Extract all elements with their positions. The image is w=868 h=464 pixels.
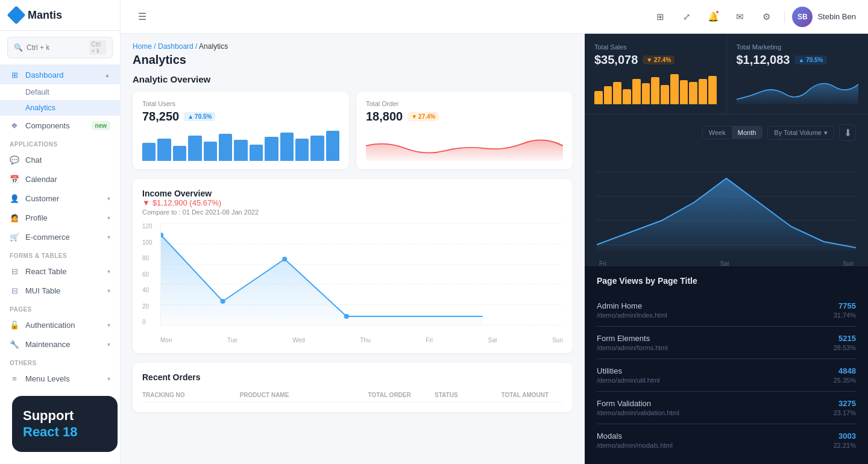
svg-point-1 bbox=[221, 299, 225, 304]
col-header-tracking: TRACKING NO bbox=[142, 392, 235, 398]
grid-icon-button[interactable]: ⊞ bbox=[649, 6, 671, 28]
customer-icon: 👤 bbox=[10, 193, 19, 203]
dashboard-icon: ⊞ bbox=[10, 70, 19, 80]
calendar-icon: 📅 bbox=[10, 174, 19, 184]
pv-url-1: /demo/admin/forms.html bbox=[597, 344, 668, 351]
pv-name-1: Form Elements bbox=[597, 334, 668, 343]
sidebar-item-profile[interactable]: 🙍 Profile ▾ bbox=[0, 208, 120, 227]
pv-item-4: Modals /demo/admin/modals.html 3003 22.2… bbox=[597, 424, 856, 456]
section-pages: Pages bbox=[0, 300, 120, 315]
fullscreen-icon-button[interactable]: ⤢ bbox=[676, 6, 697, 28]
mui-table-icon: ⊟ bbox=[10, 286, 19, 295]
ecommerce-icon: 🛒 bbox=[10, 232, 19, 242]
chevron-down-icon: ▾ bbox=[107, 234, 110, 240]
stat-label-users: Total Users bbox=[142, 100, 339, 107]
sidebar-item-label: Chat bbox=[25, 155, 42, 165]
sidebar-item-dashboard[interactable]: ⊞ Dashboard ▲ bbox=[0, 65, 120, 84]
rp-mini-bar-sales bbox=[594, 74, 717, 104]
sidebar-item-authentication[interactable]: 🔓 Authentication ▾ bbox=[0, 315, 120, 334]
svg-point-3 bbox=[344, 314, 349, 319]
components-icon: ❖ bbox=[10, 121, 19, 130]
sidebar-logo[interactable]: Mantis bbox=[0, 0, 120, 31]
menu-toggle-button[interactable]: ☰ bbox=[133, 7, 152, 27]
sidebar-item-label: React Table bbox=[25, 267, 66, 276]
sidebar-item-customer[interactable]: 👤 Customer ▾ bbox=[0, 189, 120, 208]
recent-orders-section: Recent Orders TRACKING NO PRODUCT NAME T… bbox=[133, 363, 573, 412]
search-icon: 🔍 bbox=[14, 43, 23, 52]
page-views-title: Page Views by Page Title bbox=[597, 276, 856, 286]
support-subtitle: React 18 bbox=[23, 424, 107, 440]
user-name: Stebin Ben bbox=[817, 12, 856, 21]
sidebar: Mantis 🔍 Ctrl + k ⊞ Dashboard ▲ Default … bbox=[0, 0, 121, 464]
chevron-down-icon: ▾ bbox=[107, 341, 110, 348]
chart-y-axis: 120100806040200 bbox=[142, 223, 159, 325]
breadcrumb-home[interactable]: Home bbox=[133, 42, 152, 51]
income-header: Income Overview ▼ $1,12,900 (45.67%) Com… bbox=[142, 189, 563, 216]
pv-pct-2: 25.35% bbox=[834, 377, 856, 384]
sidebar-item-calendar[interactable]: 📅 Calendar bbox=[0, 169, 120, 189]
sidebar-item-maintenance[interactable]: 🔧 Maintenance ▾ bbox=[0, 334, 120, 354]
rp-stat-cards: Total Sales $35,078 ▼ 27.4% bbox=[585, 34, 868, 114]
stat-card-orders: Total Order 18,800 ▼ 27.4% bbox=[356, 92, 573, 169]
rp-volume-dropdown[interactable]: By Total Volume ▾ bbox=[767, 126, 834, 140]
rp-week-button[interactable]: Week bbox=[703, 127, 732, 139]
users-bar-chart bbox=[142, 131, 339, 161]
pv-count-0: 7755 bbox=[834, 301, 856, 310]
rp-income-controls: Week Month By Total Volume ▾ ⬇ bbox=[597, 124, 856, 141]
profile-icon: 🙍 bbox=[10, 213, 19, 222]
main-area: ☰ ⊞ ⤢ 🔔 ✉ ⚙ SB Stebin Ben Home / Dashb bbox=[121, 0, 868, 464]
stat-value-row-users: 78,250 ▲ 70.5% bbox=[142, 110, 339, 124]
sidebar-item-chat[interactable]: 💬 Chat bbox=[0, 150, 120, 169]
income-left: Income Overview ▼ $1,12,900 (45.67%) Com… bbox=[142, 189, 259, 216]
maintenance-icon: 🔧 bbox=[10, 339, 19, 349]
pv-count-3: 3275 bbox=[834, 399, 856, 408]
sidebar-item-react-table[interactable]: ⊟ React Table ▾ bbox=[0, 262, 120, 281]
income-compare: Compare to : 01 Dec 2021-08 Jan 2022 bbox=[142, 208, 259, 216]
search-wrap[interactable]: 🔍 Ctrl + k bbox=[7, 37, 113, 58]
sidebar-item-ecommerce[interactable]: 🛒 E-commerce ▾ bbox=[0, 227, 120, 246]
sidebar-subitem-default[interactable]: Default bbox=[0, 84, 120, 100]
rp-month-button[interactable]: Month bbox=[732, 127, 763, 139]
pv-item-3: Form Validation /demo/admin/validation.h… bbox=[597, 392, 856, 424]
sidebar-item-menu-levels[interactable]: ≡ Menu Levels ▾ bbox=[0, 369, 120, 388]
stat-value-users: 78,250 bbox=[142, 110, 179, 124]
sidebar-item-components[interactable]: ❖ Components new bbox=[0, 116, 120, 135]
menu-levels-icon: ≡ bbox=[10, 374, 19, 383]
sidebar-item-label: Maintenance bbox=[25, 340, 70, 349]
pv-pct-4: 22.21% bbox=[834, 442, 856, 449]
notification-badge bbox=[715, 10, 720, 14]
rp-download-button[interactable]: ⬇ bbox=[839, 124, 856, 141]
pv-count-2: 4848 bbox=[834, 366, 856, 375]
pv-url-2: /demo/admin/util.html bbox=[597, 377, 660, 384]
notifications-icon-button[interactable]: 🔔 bbox=[702, 6, 724, 28]
chevron-down-icon: ▾ bbox=[107, 322, 110, 328]
col-header-order: TOTAL ORDER bbox=[368, 392, 430, 398]
support-popup[interactable]: Support React 18 bbox=[12, 396, 118, 452]
settings-icon-button[interactable]: ⚙ bbox=[755, 6, 777, 28]
stat-badge-users: ▲ 70.5% bbox=[184, 112, 215, 121]
orders-table-header: TRACKING NO PRODUCT NAME TOTAL ORDER STA… bbox=[142, 388, 563, 403]
income-value: ▼ $1,12,900 (45.67%) bbox=[142, 198, 259, 207]
pv-count-1: 5215 bbox=[834, 334, 856, 343]
user-menu[interactable]: SB Stebin Ben bbox=[792, 7, 856, 27]
pv-name-4: Modals bbox=[597, 431, 673, 440]
chevron-down-icon: ▾ bbox=[107, 195, 110, 202]
rp-stat-badge-sales: ▼ 27.4% bbox=[643, 55, 675, 64]
pv-item-1: Form Elements /demo/admin/forms.html 521… bbox=[597, 327, 856, 359]
search-input[interactable] bbox=[27, 43, 86, 52]
pv-count-4: 3003 bbox=[834, 431, 856, 440]
react-table-icon: ⊟ bbox=[10, 266, 19, 276]
breadcrumb-dashboard[interactable]: Dashboard bbox=[158, 42, 193, 51]
stat-cards-row: Total Users 78,250 ▲ 70.5% bbox=[121, 92, 585, 179]
sidebar-subitem-analytics[interactable]: Analytics bbox=[0, 100, 120, 116]
rp-stat-label-sales: Total Sales bbox=[594, 43, 717, 51]
rp-stat-value-row-sales: $35,078 ▼ 27.4% bbox=[594, 53, 717, 67]
sidebar-item-mui-table[interactable]: ⊟ MUI Table ▾ bbox=[0, 281, 120, 300]
pv-pct-1: 28.53% bbox=[834, 344, 856, 351]
chevron-down-icon: ▾ bbox=[107, 287, 110, 294]
chart-x-axis: MonTueWedThuFriSatSun bbox=[160, 337, 563, 343]
messages-icon-button[interactable]: ✉ bbox=[729, 6, 750, 28]
sidebar-item-label: Components bbox=[25, 121, 70, 130]
support-title: Support bbox=[23, 408, 107, 424]
rp-stat-value-marketing: $1,12,083 bbox=[737, 53, 790, 67]
